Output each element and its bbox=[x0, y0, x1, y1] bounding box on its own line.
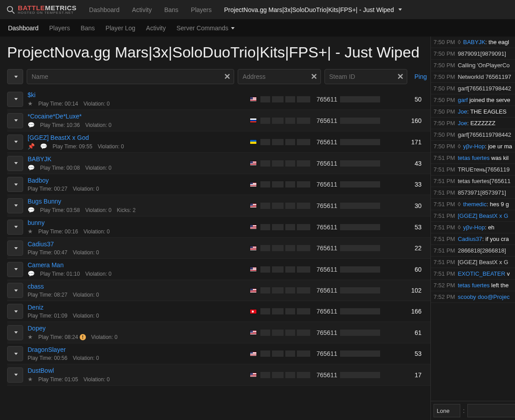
chat-nick-link[interactable]: tetas fuertes bbox=[458, 282, 490, 289]
player-info: Bugs Bunny💬Play Time: 03:58Violation: 0K… bbox=[28, 198, 245, 213]
clear-name-icon[interactable]: ✕ bbox=[224, 72, 231, 82]
player-address-cell bbox=[250, 266, 312, 273]
player-name-link[interactable]: [GGEZ] BeastX x God bbox=[28, 134, 89, 141]
expand-player-button[interactable] bbox=[7, 177, 23, 192]
chat-nick-link[interactable]: themedic bbox=[463, 201, 487, 208]
clear-steamid-icon[interactable]: ✕ bbox=[397, 72, 404, 82]
chat-nick-link[interactable]: EXOTIC_BEATER bbox=[458, 270, 505, 277]
ping-sort-link[interactable]: Ping bbox=[411, 73, 430, 80]
chat-body: tetas fuertes[765611 bbox=[458, 178, 511, 184]
flag-icon bbox=[250, 203, 257, 208]
expand-player-button[interactable] bbox=[7, 156, 23, 171]
chat-channel-select[interactable] bbox=[434, 404, 460, 417]
chat-nick-link[interactable]: BABYJK bbox=[463, 39, 485, 45]
chat-timestamp: 7:50 PM bbox=[434, 131, 455, 138]
player-name-link[interactable]: Badboy bbox=[28, 177, 49, 184]
redacted-address bbox=[260, 245, 310, 251]
player-row: Dopey★Play Time: 08:24 !Violation: 07656… bbox=[7, 322, 430, 343]
player-meta: Play Time: 00:47Violation: 0 bbox=[28, 249, 245, 256]
chat-message-input[interactable] bbox=[467, 404, 515, 417]
chat-nick-link[interactable]: tetas fuertes bbox=[458, 155, 490, 161]
topnav-item-activity[interactable]: Activity bbox=[126, 0, 158, 20]
redacted-address bbox=[260, 372, 310, 378]
chat-system-message: Calling 'OnPlayerCo bbox=[458, 62, 510, 69]
player-name-link[interactable]: Bugs Bunny bbox=[28, 198, 61, 205]
player-name-link[interactable]: BABYJK bbox=[28, 155, 52, 163]
chat-message: v bbox=[505, 270, 510, 277]
topnav-item-dashboard[interactable]: Dashboard bbox=[83, 0, 126, 20]
player-name-link[interactable]: Camera Man bbox=[28, 261, 64, 269]
expand-player-button[interactable] bbox=[7, 283, 23, 298]
chat-system-message: NetworkId 76561197 bbox=[458, 73, 511, 80]
chat-line: 7:50 PM◊ yβv-Hop: joe ur ma bbox=[431, 141, 515, 152]
playtime-label: Play Time: 01:09 bbox=[28, 313, 67, 319]
brand-logo[interactable]: BATTLEMETRICS HOSTED ON TEMPEST.NET bbox=[0, 4, 83, 15]
chevron-down-icon bbox=[14, 141, 18, 143]
expand-player-button[interactable] bbox=[7, 241, 23, 256]
expand-player-button[interactable] bbox=[7, 262, 23, 277]
expand-player-button[interactable] bbox=[7, 220, 23, 235]
player-name-link[interactable]: Dopey bbox=[28, 325, 45, 332]
expand-all-button[interactable] bbox=[7, 69, 23, 84]
player-name-link[interactable]: Deniz bbox=[28, 304, 44, 311]
chat-nick-link[interactable]: yβv-Hop bbox=[463, 224, 485, 231]
chat-timestamp: 7:51 PM bbox=[434, 155, 455, 161]
player-name-link[interactable]: *Cocaine*De*Luxe* bbox=[28, 113, 81, 120]
address-filter-input[interactable] bbox=[238, 69, 320, 84]
chat-nick-link[interactable]: Cadius37 bbox=[458, 236, 482, 242]
player-name-link[interactable]: cbass bbox=[28, 283, 44, 290]
subnav-item-bans[interactable]: Bans bbox=[75, 20, 100, 37]
player-info: [GGEZ] BeastX x God📌💬Play Time: 09:55Vio… bbox=[28, 134, 245, 150]
server-selector[interactable]: ProjectNova.gg Mars|3x|SoloDuoTrio|Kits|… bbox=[218, 0, 408, 20]
topnav-item-bans[interactable]: Bans bbox=[158, 0, 185, 20]
violation-label: Violation: 0 bbox=[91, 334, 118, 340]
subnav-item-players[interactable]: Players bbox=[44, 20, 76, 37]
flag-icon bbox=[250, 224, 257, 229]
chat-system-message: 8573971[8573971] bbox=[458, 189, 506, 196]
expand-player-button[interactable] bbox=[7, 367, 23, 383]
chat-body: Joe: EZZZZZZ bbox=[458, 120, 495, 126]
chat-nick-link[interactable]: garf bbox=[458, 97, 467, 103]
expand-player-button[interactable] bbox=[7, 135, 23, 150]
chat-body: Cadius37: if you cra bbox=[458, 236, 509, 242]
chat-timestamp: 7:50 PM bbox=[434, 73, 455, 80]
playtime-label: Play Time: 00:08 bbox=[40, 165, 80, 171]
subnav-item-server-commands[interactable]: Server Commands bbox=[171, 20, 240, 37]
flag-icon bbox=[250, 118, 257, 123]
chat-timestamp: 7:51 PM bbox=[434, 270, 455, 277]
chat-icon: 💬 bbox=[28, 270, 35, 277]
chat-nick-link[interactable]: Joe bbox=[458, 108, 467, 115]
topnav-item-players[interactable]: Players bbox=[185, 0, 218, 20]
chat-nick-link[interactable]: scooby doo@Projec bbox=[458, 294, 510, 300]
flag-icon bbox=[250, 309, 257, 314]
expand-player-button[interactable] bbox=[7, 113, 23, 128]
player-name-link[interactable]: bunny bbox=[28, 219, 45, 226]
chat-nick-link[interactable]: yβv-Hop bbox=[463, 143, 485, 150]
subnav-item-player-log[interactable]: Player Log bbox=[100, 20, 141, 37]
name-filter-input[interactable] bbox=[27, 69, 234, 84]
redacted-address bbox=[260, 330, 310, 336]
player-row: Bugs Bunny💬Play Time: 03:58Violation: 0K… bbox=[7, 195, 430, 216]
player-name-link[interactable]: Cadius37 bbox=[28, 241, 54, 248]
player-row: cbassPlay Time: 08:27Violation: 07656111… bbox=[7, 280, 430, 301]
chat-body: garf joined the serve bbox=[458, 97, 510, 103]
player-name-link[interactable]: DragonSlayer bbox=[28, 346, 66, 353]
chat-nick-link[interactable]: Joe bbox=[458, 120, 467, 126]
steamid-prefix: 765611 bbox=[316, 96, 337, 103]
player-steamid-cell: 765611 bbox=[316, 245, 401, 252]
expand-player-button[interactable] bbox=[7, 346, 23, 361]
clear-address-icon[interactable]: ✕ bbox=[311, 72, 317, 82]
player-name-link[interactable]: $ki bbox=[28, 91, 36, 98]
subnav-item-dashboard[interactable]: Dashboard bbox=[3, 20, 44, 37]
chevron-down-icon bbox=[14, 226, 18, 228]
flag-icon bbox=[250, 267, 257, 272]
expand-player-button[interactable] bbox=[7, 198, 23, 213]
expand-player-button[interactable] bbox=[7, 325, 23, 340]
chat-system-message: tetas fuertes[765611 bbox=[458, 178, 511, 184]
player-name-link[interactable]: DustBowl bbox=[28, 367, 54, 374]
expand-player-button[interactable] bbox=[7, 304, 23, 319]
chat-nick-link[interactable]: [GGEZ] BeastX x G bbox=[458, 212, 508, 219]
expand-player-button[interactable] bbox=[7, 92, 23, 107]
subnav-item-activity[interactable]: Activity bbox=[141, 20, 171, 37]
steamid-filter-input[interactable] bbox=[324, 69, 407, 84]
